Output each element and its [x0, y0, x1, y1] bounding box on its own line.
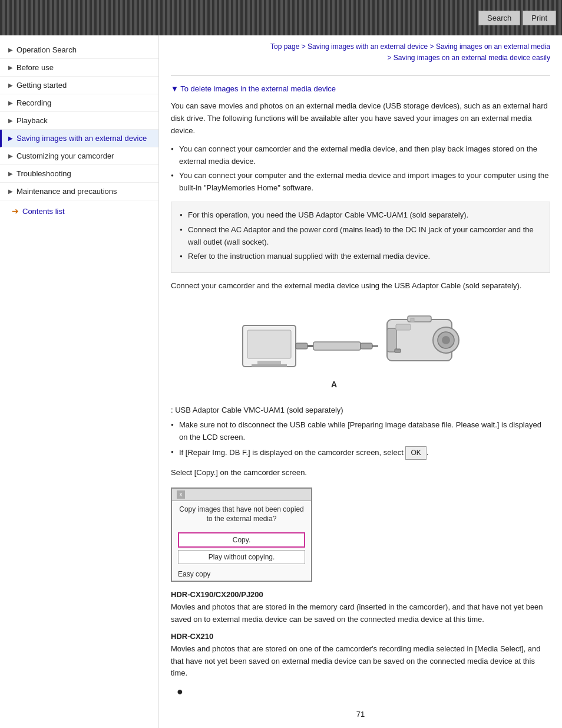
- header-buttons: Search Print: [478, 11, 556, 25]
- header-bar: Search Print: [0, 0, 562, 35]
- sidebar-arrow-recording: ▶: [8, 100, 13, 106]
- sidebar-item-operation-search[interactable]: ▶ Operation Search: [0, 41, 158, 59]
- svg-rect-13: [387, 328, 396, 352]
- sidebar-arrow-playback: ▶: [8, 117, 13, 124]
- cable-diagram-svg: A: [237, 302, 484, 396]
- info-bullet-3: Refer to the instruction manual supplied…: [180, 251, 541, 263]
- breadcrumb-level1[interactable]: Saving images with an external device: [308, 42, 428, 51]
- sidebar-item-maintenance[interactable]: ▶ Maintenance and precautions: [0, 183, 158, 200]
- divider-top: [171, 75, 550, 76]
- info-box: For this operation, you need the USB Ada…: [171, 202, 550, 273]
- sidebar: ▶ Operation Search ▶ Before use ▶ Gettin…: [0, 35, 159, 728]
- page-layout: ▶ Operation Search ▶ Before use ▶ Gettin…: [0, 35, 562, 728]
- print-button[interactable]: Print: [523, 11, 556, 25]
- sidebar-label-getting-started: Getting started: [16, 81, 67, 90]
- feature-bullet-list: You can connect your camcorder and the e…: [171, 143, 550, 195]
- breadcrumb-level3[interactable]: Saving images on an external media devic…: [394, 54, 550, 62]
- svg-rect-17: [396, 324, 411, 330]
- ui-mockup: x Copy images that have not been copied …: [171, 487, 312, 582]
- breadcrumb-top[interactable]: Top page: [270, 42, 299, 51]
- sidebar-arrow-troubleshooting: ▶: [8, 170, 13, 177]
- info-bullet-2: Connect the AC Adaptor and the power cor…: [180, 224, 541, 249]
- connect-text: Connect your camcorder and the external …: [171, 280, 550, 292]
- sidebar-item-getting-started[interactable]: ▶ Getting started: [0, 77, 158, 94]
- cable-bullet-1: Make sure not to disconnect the USB cabl…: [171, 419, 550, 444]
- ui-mockup-copy-btn[interactable]: Copy.: [178, 532, 305, 548]
- svg-rect-3: [252, 364, 287, 367]
- sidebar-item-playback[interactable]: ▶ Playback: [0, 112, 158, 130]
- select-copy-text: Select [Copy.] on the camcorder screen.: [171, 467, 550, 479]
- contents-list-link[interactable]: ➔ Contents list: [0, 200, 158, 222]
- ui-mockup-header: x: [172, 489, 311, 501]
- sidebar-label-maintenance: Maintenance and precautions: [16, 187, 117, 196]
- sidebar-arrow-before-use: ▶: [8, 64, 13, 71]
- cable-note: : USB Adaptor Cable VMC-UAM1 (sold separ…: [171, 406, 550, 414]
- contents-list-label: Contents list: [22, 207, 65, 216]
- sidebar-item-before-use[interactable]: ▶ Before use: [0, 59, 158, 77]
- ui-mockup-play-btn[interactable]: Play without copying.: [178, 550, 305, 564]
- svg-rect-1: [247, 330, 291, 358]
- page-number: 71: [171, 710, 550, 719]
- sidebar-item-recording[interactable]: ▶ Recording: [0, 94, 158, 112]
- search-button[interactable]: Search: [478, 11, 520, 25]
- sidebar-arrow-getting-started: ▶: [8, 82, 13, 88]
- sidebar-item-saving-images[interactable]: ▶ Saving images with an external device: [0, 130, 158, 147]
- ui-mockup-message: Copy images that have not been copied to…: [172, 501, 311, 528]
- model1-text: Movies and photos that are stored in the…: [171, 601, 550, 626]
- section-link[interactable]: To delete images in the external media d…: [171, 84, 550, 93]
- breadcrumb-level2[interactable]: Saving images on an external media: [436, 42, 550, 51]
- sidebar-label-playback: Playback: [16, 116, 48, 125]
- bullet-item-2: You can connect your computer and the ex…: [171, 170, 550, 195]
- sidebar-item-customizing[interactable]: ▶ Customizing your camcorder: [0, 147, 158, 165]
- cable-note-label: : USB Adaptor Cable VMC-UAM1 (sold separ…: [171, 406, 343, 414]
- sidebar-label-before-use: Before use: [16, 63, 54, 72]
- breadcrumb-sep3: >: [388, 54, 394, 62]
- model2-text: Movies and photos that are stored on one…: [171, 643, 550, 680]
- cable-bullet-list: Make sure not to disconnect the USB cabl…: [171, 419, 550, 460]
- svg-rect-6: [296, 343, 308, 349]
- cable-note-text: : USB Adaptor Cable VMC-UAM1 (sold separ…: [171, 406, 343, 414]
- svg-rect-7: [361, 343, 372, 349]
- svg-rect-2: [257, 361, 281, 364]
- sidebar-label-recording: Recording: [16, 98, 51, 107]
- breadcrumb-sep1: >: [299, 42, 308, 51]
- svg-rect-14: [395, 349, 401, 353]
- sidebar-item-troubleshooting[interactable]: ▶ Troubleshooting: [0, 165, 158, 183]
- sidebar-label-customizing: Customizing your camcorder: [16, 151, 114, 160]
- info-bullet-list: For this operation, you need the USB Ada…: [180, 209, 541, 263]
- ok-button-inline: OK: [405, 446, 426, 460]
- ui-mockup-footer: Easy copy: [172, 569, 311, 581]
- svg-point-12: [442, 336, 450, 344]
- breadcrumb: Top page > Saving images with an externa…: [171, 41, 550, 64]
- svg-rect-5: [313, 342, 361, 350]
- model1-heading: HDR-CX190/CX200/PJ200: [171, 590, 550, 599]
- intro-paragraph: You can save movies and photos on an ext…: [171, 100, 550, 137]
- breadcrumb-level3-container: > Saving images on an external media dev…: [388, 54, 551, 62]
- cable-bullet-2: If [Repair Img. DB F.] is displayed on t…: [171, 446, 550, 460]
- info-bullet-1: For this operation, you need the USB Ada…: [180, 209, 541, 222]
- model2-heading: HDR-CX210: [171, 632, 550, 641]
- sidebar-label-troubleshooting: Troubleshooting: [16, 169, 71, 178]
- cable-diagram-area: A: [171, 302, 550, 396]
- contents-list-arrow-icon: ➔: [12, 206, 19, 216]
- svg-text:A: A: [331, 380, 337, 389]
- sidebar-arrow-customizing: ▶: [8, 153, 13, 159]
- sidebar-arrow-operation-search: ▶: [8, 47, 13, 53]
- main-content: Top page > Saving images with an externa…: [159, 35, 562, 728]
- sidebar-label-operation-search: Operation Search: [16, 45, 77, 54]
- bottom-bullet: ●: [171, 686, 550, 698]
- sidebar-arrow-saving-images: ▶: [8, 135, 13, 141]
- svg-rect-16: [411, 318, 414, 322]
- breadcrumb-sep2: >: [428, 42, 436, 51]
- ui-mockup-close-btn[interactable]: x: [177, 490, 185, 499]
- sidebar-arrow-maintenance: ▶: [8, 188, 13, 195]
- sidebar-label-saving-images: Saving images with an external device: [16, 134, 147, 143]
- bullet-item-1: You can connect your camcorder and the e…: [171, 143, 550, 168]
